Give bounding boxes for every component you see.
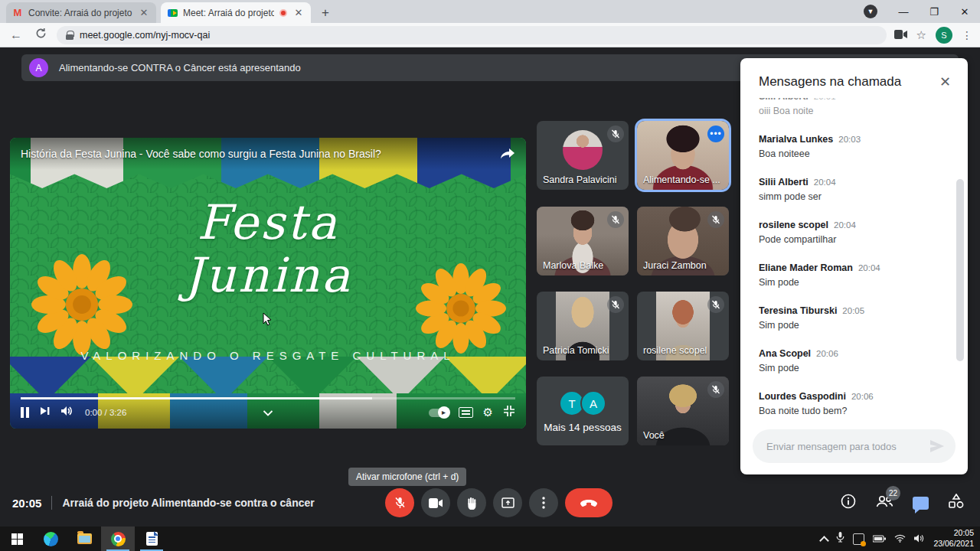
activities-icon[interactable]: [948, 494, 965, 512]
people-button[interactable]: 22: [875, 494, 893, 511]
participant-name: Patricia Tomicki: [543, 345, 624, 356]
chat-message-list[interactable]: Silii Alberti20:01 oiii Boa noite Marial…: [759, 98, 946, 415]
gmail-icon: M: [12, 8, 23, 18]
participant-name: Alimentando-se ...: [643, 174, 724, 185]
reload-icon[interactable]: [32, 28, 49, 42]
wifi-icon[interactable]: [894, 532, 906, 546]
chat-message: Silii Alberti20:04 simm pode ser: [759, 177, 946, 202]
mic-off-icon: [707, 296, 724, 313]
participant-tile-rosilene[interactable]: rosilene scopel: [637, 292, 729, 360]
next-track-icon[interactable]: [40, 406, 51, 419]
slide-title: Festa Junina: [10, 196, 526, 302]
video-progress-bar[interactable]: [21, 397, 515, 399]
taskbar-clock[interactable]: 20:05 23/06/2021: [933, 528, 974, 549]
windows-taskbar: 20:05 23/06/2021: [0, 527, 980, 551]
camera-toggle-button[interactable]: [421, 488, 450, 517]
captions-icon[interactable]: [459, 407, 473, 418]
presenter-avatar: A: [29, 58, 48, 77]
profile-avatar[interactable]: S: [936, 27, 952, 44]
writer-icon[interactable]: [135, 527, 168, 551]
chrome-icon[interactable]: [101, 527, 135, 551]
participant-name: Você: [643, 430, 724, 441]
presenting-banner-text: Alimentando-se CONTRA o Câncer está apre…: [59, 62, 301, 73]
send-icon[interactable]: [929, 439, 945, 453]
scrollbar[interactable]: [956, 179, 964, 361]
minimize-button[interactable]: —: [888, 0, 919, 23]
chat-message: Marialva Lunkes20:03 Boa noiteee: [759, 134, 946, 159]
participant-tile-marlova[interactable]: Marlova Balke: [537, 207, 629, 276]
volume-icon[interactable]: [61, 406, 74, 419]
more-options-icon[interactable]: •••: [707, 126, 724, 142]
divider: [51, 496, 52, 510]
slide-subtitle: VALORIZANDO O RESGATE CULTURAL: [10, 349, 526, 362]
close-icon[interactable]: ✕: [292, 7, 305, 18]
chat-message: Ana Scopel20:06 Sim pode: [759, 348, 946, 373]
end-call-button[interactable]: [565, 488, 612, 517]
autoplay-toggle-icon[interactable]: [429, 409, 449, 417]
close-icon[interactable]: ✕: [939, 73, 951, 90]
overflow-count-label: Mais 14 pessoas: [537, 422, 629, 433]
meet-bottom-bar: 20:05 Arraiá do projeto Alimentando-se c…: [0, 479, 980, 527]
chat-icon[interactable]: [913, 497, 929, 510]
share-icon[interactable]: [500, 148, 515, 160]
chat-panel: Mensagens na chamada ✕ Silii Alberti20:0…: [740, 58, 968, 474]
raise-hand-button[interactable]: [457, 488, 486, 517]
video-timestamp: 0:00 / 3:26: [85, 408, 126, 417]
maximize-button[interactable]: ❐: [919, 0, 949, 23]
tab-meet[interactable]: Meet: Arraiá do projeto Alim ✕: [161, 2, 311, 23]
chat-input-container: [753, 429, 956, 463]
browser-menu-icon[interactable]: ⋮: [962, 29, 972, 41]
participant-tile-patricia[interactable]: Patricia Tomicki: [537, 292, 629, 360]
collapse-icon[interactable]: [503, 405, 515, 420]
settings-gear-icon[interactable]: ⚙: [483, 406, 493, 419]
lock-icon[interactable]: [66, 31, 74, 40]
video-title: História da Festa Junina - Você sabe com…: [21, 148, 500, 160]
tab-search-icon[interactable]: ▼: [864, 5, 877, 18]
more-options-button[interactable]: [529, 488, 558, 517]
mic-off-icon: [607, 296, 624, 313]
file-explorer-icon[interactable]: [67, 527, 101, 551]
chat-input[interactable]: [766, 441, 929, 452]
camera-capture-icon[interactable]: [894, 28, 907, 42]
participant-tile-sandra[interactable]: Sandra Palavicini: [537, 121, 629, 190]
pause-icon[interactable]: [21, 407, 29, 418]
browser-tab-strip: M Convite: Arraiá do projeto Alimen ✕ Me…: [0, 0, 980, 23]
presentation-tile[interactable]: Festa Junina VALORIZANDO O RESGATE CULTU…: [10, 138, 526, 429]
participant-tile-you[interactable]: Você: [637, 377, 729, 445]
info-icon[interactable]: [841, 494, 856, 512]
participant-tile-alimentando[interactable]: ••• Alimentando-se ...: [637, 121, 729, 190]
participant-initial-avatar: A: [580, 390, 606, 416]
start-button[interactable]: [0, 527, 34, 551]
close-icon[interactable]: ✕: [138, 7, 150, 18]
video-player-controls: 0:00 / 3:26 ⚙: [10, 395, 526, 429]
mic-toggle-button[interactable]: [385, 488, 414, 517]
url-bar[interactable]: meet.google.com/nyj-mocv-qai: [57, 26, 887, 44]
speaker-icon[interactable]: [914, 532, 925, 546]
present-screen-button[interactable]: [493, 488, 522, 517]
mic-off-icon: [707, 381, 724, 398]
overflow-participants-tile[interactable]: T A Mais 14 pessoas: [537, 377, 629, 445]
chat-message: Lourdes Gaspodini20:06 Boa noite tudo be…: [759, 391, 946, 415]
tray-chevron-icon[interactable]: [820, 536, 830, 546]
chevron-down-icon[interactable]: [263, 406, 273, 419]
participant-tile-juraci[interactable]: Juraci Zambon: [637, 207, 729, 276]
browser-toolbar: ← meet.google.com/nyj-mocv-qai ☆ S ⋮: [0, 23, 980, 47]
star-icon[interactable]: ☆: [916, 28, 926, 42]
close-window-button[interactable]: ✕: [949, 0, 980, 23]
mic-off-icon: [607, 126, 624, 142]
tray-app-icon[interactable]: [853, 533, 864, 545]
tab-gmail-invite[interactable]: M Convite: Arraiá do projeto Alimen ✕: [6, 2, 156, 23]
new-tab-button[interactable]: +: [315, 3, 335, 23]
chat-message: rosilene scopel20:04 Pode compartilhar: [759, 220, 946, 245]
chat-message: Teresina Tiburski20:05 Sim pode: [759, 305, 946, 331]
battery-icon[interactable]: [873, 532, 886, 546]
tray-mic-icon[interactable]: [836, 532, 844, 546]
edge-icon[interactable]: [34, 527, 67, 551]
mic-off-icon: [607, 211, 624, 228]
chat-message: Silii Alberti20:01 oiii Boa noite: [759, 98, 946, 116]
back-icon[interactable]: ←: [8, 28, 24, 42]
video-title-bar: História da Festa Junina - Você sabe com…: [10, 138, 526, 170]
tab-title: Meet: Arraiá do projeto Alim: [183, 8, 274, 18]
meeting-clock: 20:05: [12, 497, 41, 510]
meet-app: A Alimentando-se CONTRA o Câncer está ap…: [0, 47, 980, 527]
